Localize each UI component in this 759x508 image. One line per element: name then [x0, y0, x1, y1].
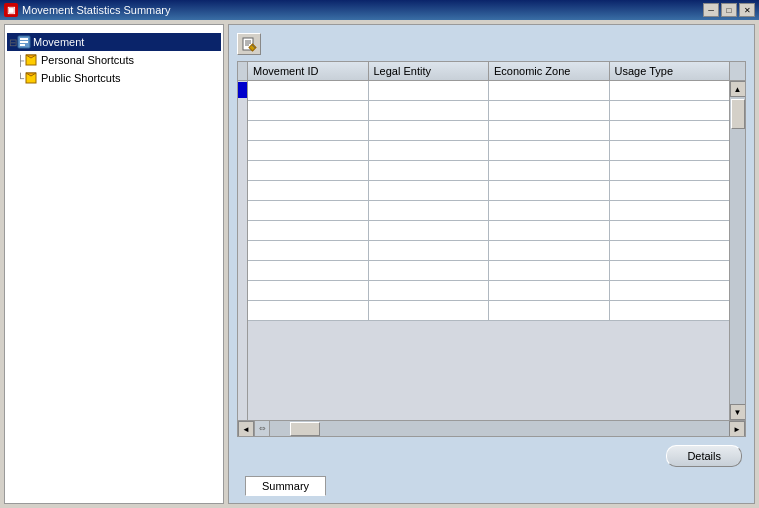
- table-cell[interactable]: [610, 161, 730, 180]
- table-cell[interactable]: [610, 241, 730, 260]
- table-row[interactable]: [248, 261, 729, 281]
- scroll-up-button[interactable]: ▲: [730, 81, 746, 97]
- vertical-scrollbar[interactable]: ▲ ▼: [729, 81, 745, 420]
- table-cell[interactable]: [610, 81, 730, 100]
- main-container: ⊟ Movement ├: [0, 20, 759, 508]
- tree-connector-personal: ├: [17, 55, 25, 66]
- table-cell[interactable]: [369, 101, 490, 120]
- table-cell[interactable]: [489, 221, 610, 240]
- table-row[interactable]: [248, 101, 729, 121]
- table-cell[interactable]: [369, 81, 490, 100]
- tab-summary[interactable]: Summary: [245, 476, 326, 496]
- table-cell[interactable]: [610, 121, 730, 140]
- table-cell[interactable]: [369, 301, 490, 320]
- scroll-right-button[interactable]: ►: [729, 421, 745, 437]
- table-cell[interactable]: [610, 201, 730, 220]
- tree-root: ⊟ Movement ├: [7, 29, 221, 91]
- table-cell[interactable]: [489, 81, 610, 100]
- col-header-movement-id: Movement ID: [248, 62, 369, 80]
- table-cell[interactable]: [248, 201, 369, 220]
- tab-strip: Summary: [237, 471, 746, 495]
- right-panel: Movement ID Legal Entity Economic Zone U…: [228, 24, 755, 504]
- scroll-track-v[interactable]: [730, 97, 745, 404]
- hscroll-thumb[interactable]: [290, 422, 320, 436]
- table-cell[interactable]: [369, 241, 490, 260]
- selected-row-indicator: [238, 82, 247, 98]
- row-indicators: [238, 81, 248, 420]
- table-row[interactable]: [248, 161, 729, 181]
- bottom-area: Details: [237, 437, 746, 471]
- table-row[interactable]: [248, 221, 729, 241]
- table-cell[interactable]: [248, 281, 369, 300]
- window-title: Movement Statistics Summary: [22, 4, 171, 16]
- hscroll-track[interactable]: [270, 421, 729, 436]
- table-cell[interactable]: [610, 301, 730, 320]
- title-bar: ▣ Movement Statistics Summary ─ □ ✕: [0, 0, 759, 20]
- table-cell[interactable]: [248, 261, 369, 280]
- table-cell[interactable]: [248, 301, 369, 320]
- scroll-left-button[interactable]: ◄: [238, 421, 254, 437]
- table-cell[interactable]: [369, 141, 490, 160]
- table-row[interactable]: [248, 141, 729, 161]
- table-row[interactable]: [248, 281, 729, 301]
- table-cell[interactable]: [248, 81, 369, 100]
- title-bar-controls: ─ □ ✕: [703, 3, 755, 17]
- tree-item-movement[interactable]: ⊟ Movement: [7, 33, 221, 51]
- scroll-thumb-v[interactable]: [731, 99, 745, 129]
- table-cell[interactable]: [489, 141, 610, 160]
- table-cell[interactable]: [248, 161, 369, 180]
- minimize-button[interactable]: ─: [703, 3, 719, 17]
- table-cell[interactable]: [610, 101, 730, 120]
- table-row[interactable]: [248, 81, 729, 101]
- table-cell[interactable]: [489, 201, 610, 220]
- table-header-row: Movement ID Legal Entity Economic Zone U…: [238, 62, 745, 81]
- tree-connector-public: └: [17, 73, 25, 84]
- svg-rect-3: [20, 44, 25, 46]
- edit-toolbar-button[interactable]: [237, 33, 261, 55]
- table-cell[interactable]: [369, 281, 490, 300]
- table-row[interactable]: [248, 121, 729, 141]
- table-cell[interactable]: [489, 281, 610, 300]
- personal-shortcuts-icon: [25, 53, 39, 67]
- table-cell[interactable]: [248, 121, 369, 140]
- table-row[interactable]: [248, 301, 729, 321]
- table-cell[interactable]: [610, 181, 730, 200]
- table-cell[interactable]: [489, 301, 610, 320]
- horizontal-scrollbar-area[interactable]: ◄ ⇔ ►: [238, 420, 745, 436]
- app-icon: ▣: [4, 3, 18, 17]
- table-row[interactable]: [248, 201, 729, 221]
- table-cell[interactable]: [248, 241, 369, 260]
- table-cell[interactable]: [489, 121, 610, 140]
- col-header-legal-entity: Legal Entity: [369, 62, 490, 80]
- table-cell[interactable]: [610, 141, 730, 160]
- close-button[interactable]: ✕: [739, 3, 755, 17]
- table-cell[interactable]: [489, 181, 610, 200]
- table-cell[interactable]: [369, 221, 490, 240]
- table-row[interactable]: [248, 241, 729, 261]
- table-rows: [248, 81, 729, 420]
- table-cell[interactable]: [369, 181, 490, 200]
- table-cell[interactable]: [610, 281, 730, 300]
- table-cell[interactable]: [489, 241, 610, 260]
- left-panel-tree: ⊟ Movement ├: [4, 24, 224, 504]
- table-cell[interactable]: [248, 221, 369, 240]
- table-cell[interactable]: [369, 201, 490, 220]
- scroll-down-button[interactable]: ▼: [730, 404, 746, 420]
- tree-item-public-shortcuts[interactable]: └ Public Shortcuts: [15, 69, 221, 87]
- table-cell[interactable]: [489, 261, 610, 280]
- table-cell[interactable]: [248, 181, 369, 200]
- table-cell[interactable]: [369, 261, 490, 280]
- table-cell[interactable]: [369, 161, 490, 180]
- table-cell[interactable]: [369, 121, 490, 140]
- table-cell[interactable]: [610, 221, 730, 240]
- table-cell[interactable]: [489, 101, 610, 120]
- tree-item-personal-shortcuts-label: Personal Shortcuts: [41, 54, 134, 66]
- maximize-button[interactable]: □: [721, 3, 737, 17]
- table-cell[interactable]: [610, 261, 730, 280]
- details-button[interactable]: Details: [666, 445, 742, 467]
- table-cell[interactable]: [489, 161, 610, 180]
- table-cell[interactable]: [248, 141, 369, 160]
- tree-item-personal-shortcuts[interactable]: ├ Personal Shortcuts: [15, 51, 221, 69]
- table-row[interactable]: [248, 181, 729, 201]
- table-cell[interactable]: [248, 101, 369, 120]
